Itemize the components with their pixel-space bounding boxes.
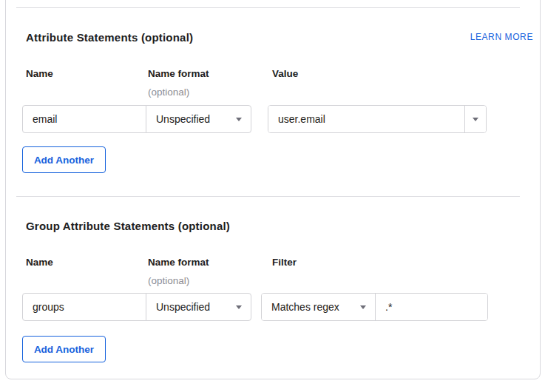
chevron-down-icon xyxy=(236,305,242,309)
attribute-statements-page: Attribute Statements (optional) LEARN MO… xyxy=(0,0,545,392)
column-header-name-format: Name format xyxy=(148,257,209,268)
column-header-name-format: Name format xyxy=(148,68,209,79)
attribute-name-input[interactable] xyxy=(22,105,146,133)
attribute-value-dropdown-button[interactable] xyxy=(464,106,486,132)
group-filter-regex-input[interactable] xyxy=(376,294,487,320)
group-attribute-name-input[interactable] xyxy=(22,293,146,321)
add-another-button[interactable]: Add Another xyxy=(22,336,106,362)
column-header-filter: Filter xyxy=(272,257,297,268)
column-header-value: Value xyxy=(272,68,298,79)
attribute-value-input[interactable] xyxy=(268,106,464,132)
saml-settings-card xyxy=(5,0,541,379)
group-filter-value: Matches regex xyxy=(271,301,339,313)
section-divider xyxy=(16,196,520,197)
column-header-name: Name xyxy=(26,68,53,79)
group-attribute-name-format-select[interactable]: Unspecified xyxy=(146,293,251,321)
learn-more-link[interactable]: LEARN MORE xyxy=(470,32,533,42)
column-header-name: Name xyxy=(26,257,53,268)
top-divider xyxy=(16,7,520,8)
section-title-group-attribute-statements: Group Attribute Statements (optional) xyxy=(26,220,230,232)
attribute-name-format-select[interactable]: Unspecified xyxy=(146,105,251,133)
group-filter-group: Matches regex xyxy=(261,293,488,321)
chevron-down-icon xyxy=(473,118,478,121)
section-title-attribute-statements: Attribute Statements (optional) xyxy=(26,31,193,44)
optional-note: (optional) xyxy=(148,275,189,286)
group-attribute-name-format-value: Unspecified xyxy=(156,301,210,313)
chevron-down-icon xyxy=(360,305,366,309)
attribute-value-group xyxy=(268,105,487,133)
group-filter-select[interactable]: Matches regex xyxy=(262,294,376,320)
attribute-name-format-value: Unspecified xyxy=(156,113,210,125)
add-another-button[interactable]: Add Another xyxy=(22,146,106,173)
chevron-down-icon xyxy=(236,118,242,121)
optional-note: (optional) xyxy=(148,87,189,98)
